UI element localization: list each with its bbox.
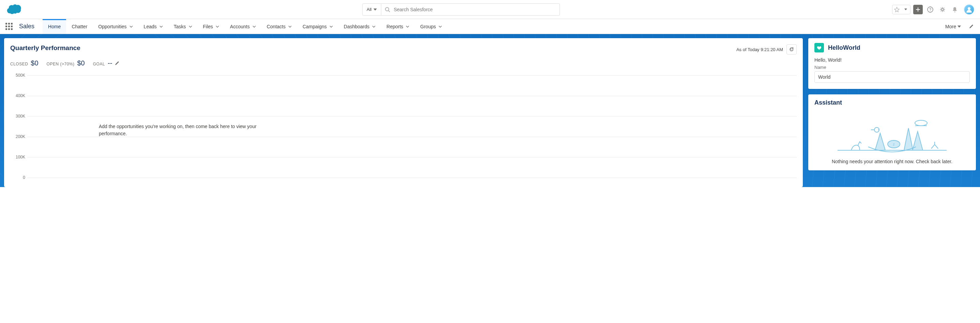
search-icon — [385, 7, 390, 12]
stat-closed: CLOSED $0 — [10, 59, 38, 67]
helloworld-card: HelloWorld Hello, World! Name — [808, 38, 976, 89]
stat-open: OPEN (>70%) $0 — [47, 59, 85, 67]
assistant-message: Nothing needs your attention right now. … — [815, 159, 970, 164]
svg-point-5 — [968, 7, 970, 10]
nav-more[interactable]: More — [940, 24, 966, 29]
chevron-down-icon — [189, 25, 192, 28]
grid-line — [27, 157, 797, 158]
y-tick-label: 200K — [10, 134, 25, 139]
nav-item-home[interactable]: Home — [43, 19, 66, 34]
nav-item-label: Groups — [420, 24, 436, 29]
nav-item-groups[interactable]: Groups — [415, 19, 447, 34]
search-scope-label: All — [367, 7, 371, 12]
nav-item-label: Chatter — [72, 24, 87, 29]
svg-text:z: z — [893, 142, 895, 146]
chevron-down-icon — [159, 25, 163, 28]
nav-item-label: Leads — [144, 24, 157, 29]
assistant-card: Assistant z — [808, 94, 976, 170]
global-actions-icon[interactable] — [913, 5, 923, 14]
goal-label: GOAL — [93, 62, 105, 67]
svg-point-10 — [915, 120, 927, 126]
nav-item-reports[interactable]: Reports — [381, 19, 415, 34]
open-value: $0 — [77, 59, 84, 67]
nav-items: HomeChatterOpportunitiesLeadsTasksFilesA… — [43, 19, 940, 34]
y-tick-label: 500K — [10, 73, 25, 78]
nav-item-chatter[interactable]: Chatter — [66, 19, 93, 34]
help-icon[interactable]: ? — [926, 5, 935, 14]
global-search: All — [362, 3, 560, 16]
assistant-illustration: z — [815, 111, 970, 155]
nav-more-label: More — [945, 24, 956, 29]
nav-item-campaigns[interactable]: Campaigns — [297, 19, 338, 34]
salesforce-logo[interactable] — [5, 3, 23, 16]
perf-stats: CLOSED $0 OPEN (>70%) $0 GOAL -- — [10, 59, 797, 67]
refresh-button[interactable] — [786, 44, 797, 54]
goal-value: -- — [108, 59, 112, 67]
app-name: Sales — [19, 23, 34, 30]
nav-item-label: Accounts — [230, 24, 250, 29]
search-input[interactable] — [394, 7, 556, 12]
grid-line — [27, 75, 797, 76]
search-scope-dropdown[interactable]: All — [362, 3, 381, 16]
y-tick-label: 0 — [10, 175, 25, 180]
nav-item-label: Contacts — [267, 24, 286, 29]
nav-item-label: Files — [203, 24, 213, 29]
favorites-box — [892, 5, 910, 14]
app-launcher-icon[interactable] — [4, 22, 14, 31]
setup-gear-icon[interactable] — [938, 5, 947, 14]
nav-item-opportunities[interactable]: Opportunities — [93, 19, 138, 34]
chevron-down-icon — [253, 25, 256, 28]
y-tick-label: 400K — [10, 93, 25, 98]
nav-item-dashboards[interactable]: Dashboards — [338, 19, 381, 34]
caret-down-icon — [374, 8, 377, 11]
svg-text:?: ? — [929, 8, 931, 11]
user-avatar[interactable] — [964, 4, 975, 15]
notifications-bell-icon[interactable] — [950, 5, 959, 14]
caret-down-icon — [958, 25, 961, 28]
nav-item-label: Reports — [387, 24, 403, 29]
y-tick-label: 300K — [10, 114, 25, 119]
open-label: OPEN (>70%) — [47, 62, 75, 67]
chart-empty-message: Add the opportunities you're working on,… — [99, 123, 269, 137]
favorites-dropdown-icon[interactable] — [901, 5, 910, 14]
chevron-down-icon — [329, 25, 333, 28]
svg-point-4 — [942, 8, 943, 11]
page-background: Quarterly Performance As of Today 9:21:2… — [0, 34, 980, 187]
chevron-down-icon — [439, 25, 442, 28]
chevron-down-icon — [288, 25, 292, 28]
nav-item-accounts[interactable]: Accounts — [224, 19, 261, 34]
app-nav-bar: Sales HomeChatterOpportunitiesLeadsTasks… — [0, 19, 980, 34]
performance-chart: 0100K200K300K400K500K Add the opportunit… — [10, 75, 797, 181]
goal-edit-pencil-icon[interactable] — [115, 61, 119, 65]
closed-value: $0 — [31, 59, 38, 67]
search-box[interactable] — [381, 3, 560, 16]
name-input[interactable] — [815, 71, 970, 83]
chevron-down-icon — [406, 25, 409, 28]
chevron-down-icon — [216, 25, 219, 28]
nav-item-label: Campaigns — [302, 24, 327, 29]
helloworld-icon — [815, 43, 824, 53]
svg-point-0 — [385, 8, 389, 11]
grid-line — [27, 96, 797, 96]
assistant-title: Assistant — [815, 99, 970, 106]
nav-item-contacts[interactable]: Contacts — [261, 19, 297, 34]
helloworld-title: HelloWorld — [828, 44, 861, 51]
nav-item-files[interactable]: Files — [197, 19, 225, 34]
star-icon[interactable] — [892, 5, 901, 14]
hello-greeting: Hello, World! — [815, 57, 970, 63]
nav-item-label: Home — [48, 24, 60, 29]
nav-item-tasks[interactable]: Tasks — [168, 19, 197, 34]
nav-item-leads[interactable]: Leads — [138, 19, 168, 34]
closed-label: CLOSED — [10, 62, 28, 67]
as-of-text: As of Today 9:21:20 AM — [737, 47, 783, 52]
quarterly-performance-card: Quarterly Performance As of Today 9:21:2… — [4, 38, 803, 187]
svg-line-1 — [388, 11, 390, 12]
nav-item-label: Tasks — [174, 24, 186, 29]
refresh-icon — [789, 47, 794, 52]
nav-item-label: Opportunities — [98, 24, 126, 29]
perf-title: Quarterly Performance — [10, 44, 80, 52]
chevron-down-icon — [129, 25, 133, 28]
name-label: Name — [815, 65, 970, 70]
global-header: All ? — [0, 0, 980, 19]
edit-nav-pencil-icon[interactable] — [966, 22, 976, 31]
